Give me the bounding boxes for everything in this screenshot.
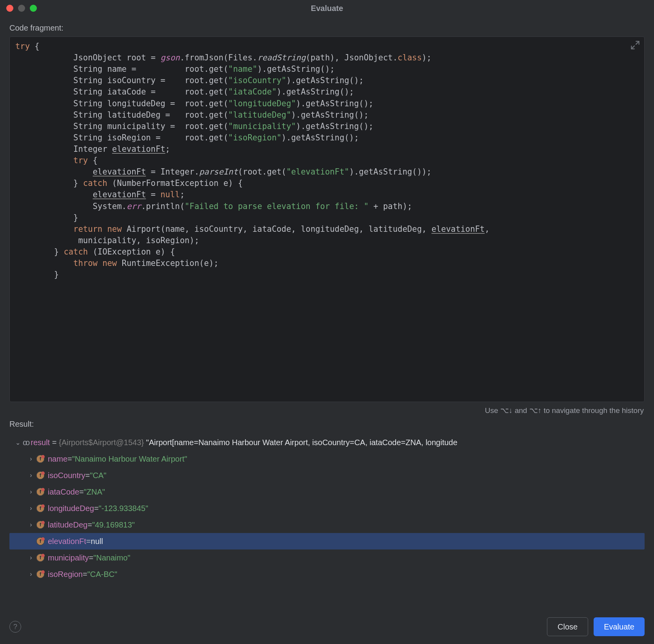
field-icon: f xyxy=(36,553,45,562)
field-name: longitudeDeg xyxy=(48,504,94,513)
field-value: "CA" xyxy=(90,471,106,480)
svg-text:f: f xyxy=(40,505,42,511)
field-icon: f xyxy=(36,520,45,529)
svg-text:f: f xyxy=(40,522,42,528)
result-tree[interactable]: ⌄ oo result = {Airports$Airport@1543} "A… xyxy=(9,434,645,582)
field-name: isoRegion xyxy=(48,570,83,579)
result-root-tostring: "Airport[name=Nanaimo Harbour Water Airp… xyxy=(146,438,458,447)
window-titlebar: Evaluate xyxy=(0,0,654,16)
svg-point-7 xyxy=(41,471,45,475)
field-name: latitudeDeg xyxy=(48,520,87,529)
field-value: null xyxy=(91,537,103,546)
glasses-icon: oo xyxy=(23,438,28,447)
close-button[interactable]: Close xyxy=(547,617,588,636)
chevron-right-icon[interactable]: › xyxy=(26,488,36,495)
chevron-right-icon[interactable]: › xyxy=(26,521,36,528)
svg-text:f: f xyxy=(40,571,42,577)
field-icon: f xyxy=(36,504,45,513)
field-icon: f xyxy=(36,488,45,496)
field-value: "-123.933845" xyxy=(99,504,149,513)
field-name: municipality xyxy=(48,553,89,562)
result-field-row[interactable]: ›fisoCountry = "CA" xyxy=(9,467,645,484)
svg-point-23 xyxy=(41,537,45,541)
result-root-type: {Airports$Airport@1543} xyxy=(59,438,144,447)
field-name: iataCode xyxy=(48,488,79,497)
field-name: isoCountry xyxy=(48,471,85,480)
expand-editor-icon[interactable] xyxy=(631,41,639,49)
svg-point-3 xyxy=(41,455,45,458)
chevron-right-icon[interactable]: › xyxy=(26,554,36,561)
svg-text:f: f xyxy=(40,456,42,462)
result-root-name: result xyxy=(31,438,50,447)
evaluate-button[interactable]: Evaluate xyxy=(594,617,645,636)
field-value: "49.169813" xyxy=(92,520,135,529)
result-field-row[interactable]: ›fmunicipality = "Nanaimo" xyxy=(9,549,645,566)
history-hint: Use ⌥↓ and ⌥↑ to navigate through the hi… xyxy=(0,402,654,417)
result-field-row[interactable]: ›flatitudeDeg = "49.169813" xyxy=(9,517,645,533)
svg-text:f: f xyxy=(40,538,42,544)
maximize-window-icon[interactable] xyxy=(30,5,37,12)
svg-text:f: f xyxy=(40,555,42,560)
field-icon: f xyxy=(36,455,45,463)
svg-point-19 xyxy=(41,521,45,524)
svg-point-15 xyxy=(41,504,45,508)
minimize-window-icon xyxy=(18,5,25,12)
result-field-row[interactable]: ›fiataCode = "ZNA" xyxy=(9,484,645,500)
svg-point-11 xyxy=(41,488,45,491)
help-icon[interactable]: ? xyxy=(9,621,21,633)
chevron-right-icon[interactable]: › xyxy=(26,571,36,578)
chevron-down-icon[interactable]: ⌄ xyxy=(13,439,23,446)
field-value: "Nanaimo Harbour Water Airport" xyxy=(72,455,187,464)
window-title: Evaluate xyxy=(311,4,343,13)
field-name: elevationFt xyxy=(48,537,86,546)
close-window-icon[interactable] xyxy=(6,5,13,12)
result-field-row[interactable]: ›flongitudeDeg = "-123.933845" xyxy=(9,500,645,517)
field-icon: f xyxy=(36,570,45,579)
result-field-row[interactable]: felevationFt = null xyxy=(9,533,645,549)
result-field-row[interactable]: ›fname = "Nanaimo Harbour Water Airport" xyxy=(9,451,645,467)
result-root-row[interactable]: ⌄ oo result = {Airports$Airport@1543} "A… xyxy=(9,434,645,451)
svg-text:f: f xyxy=(40,489,42,495)
result-label: Result: xyxy=(0,417,654,433)
field-name: name xyxy=(48,455,67,464)
chevron-right-icon[interactable]: › xyxy=(26,505,36,512)
chevron-right-icon[interactable]: › xyxy=(26,455,36,462)
svg-text:f: f xyxy=(40,472,42,478)
field-value: "CA-BC" xyxy=(87,570,117,579)
code-fragment-editor[interactable]: try { JsonObject root = gson.fromJson(Fi… xyxy=(9,36,645,402)
field-value: "Nanaimo" xyxy=(93,553,130,562)
field-value: "ZNA" xyxy=(84,488,105,497)
svg-point-31 xyxy=(41,570,45,574)
code-fragment-label: Code fragment: xyxy=(0,16,654,36)
field-icon: f xyxy=(36,537,45,546)
dialog-footer: ? Close Evaluate xyxy=(0,611,654,644)
chevron-right-icon[interactable]: › xyxy=(26,472,36,479)
svg-point-27 xyxy=(41,554,45,557)
field-icon: f xyxy=(36,471,45,480)
traffic-lights xyxy=(6,5,37,12)
result-field-row[interactable]: ›fisoRegion = "CA-BC" xyxy=(9,566,645,582)
